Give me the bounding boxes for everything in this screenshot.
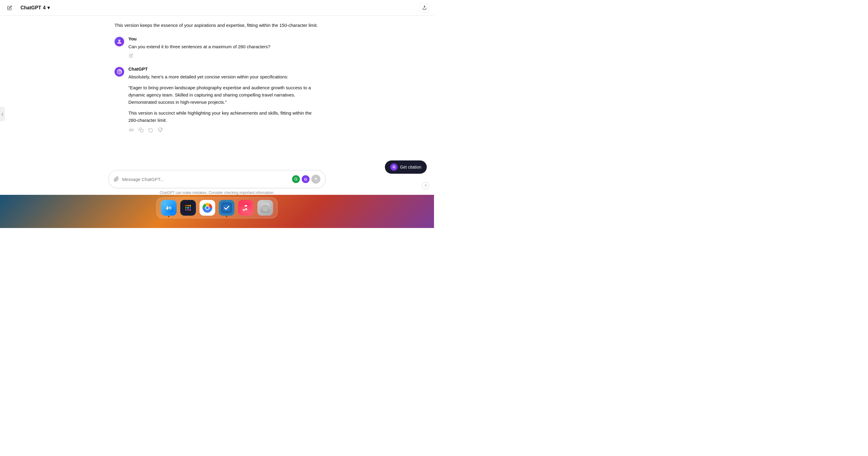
edit-icon-row [128,53,319,59]
thumbs-down-button[interactable] [157,127,163,133]
svg-point-15 [185,205,187,206]
user-avatar [115,37,124,47]
message-input[interactable] [122,177,289,182]
dock-chrome-icon[interactable] [199,200,215,216]
svg-rect-35 [264,205,267,206]
citation-g-icon: G [390,164,398,171]
svg-point-22 [187,209,189,210]
regenerate-button[interactable] [148,127,154,133]
user-message-content: You Can you extend it to three sentences… [128,36,319,59]
citation-g-letter: G [393,165,396,169]
previous-assistant-message: This version keeps the essence of your a… [115,22,319,36]
dock-container [156,197,278,218]
new-chat-button[interactable] [5,3,14,13]
input-area: G ChatGPT can make mistakes. Consider ch… [0,170,434,195]
svg-rect-7 [164,203,174,212]
input-right-icons: G [292,175,320,184]
disclaimer-text: ChatGPT can make mistakes. Consider chec… [160,191,275,195]
input-box: G [108,170,326,188]
svg-point-1 [119,39,121,41]
svg-point-17 [189,205,191,206]
top-bar-left: ChatGPT 4 ▾ [5,3,52,13]
svg-rect-31 [241,203,251,212]
finder-active-dot [168,216,169,217]
svg-point-16 [187,205,189,206]
svg-point-27 [206,206,209,209]
svg-point-12 [167,207,167,207]
svg-point-18 [185,207,187,208]
assistant-outro: This version is succinct while highlight… [128,110,319,124]
attach-button[interactable] [114,176,119,182]
model-selector-button[interactable]: ChatGPT 4 ▾ [18,4,52,12]
g-purple-icon: G [302,175,310,183]
assistant-intro: Absolutely, here's a more detailed yet c… [128,73,319,81]
user-sender-label: You [128,36,319,41]
dock-trash-icon[interactable] [257,200,273,216]
messages-container: This version keeps the essence of your a… [108,22,326,140]
things-active-dot [226,216,227,217]
speaker-button[interactable] [128,127,134,133]
assistant-message-row: ChatGPT Absolutely, here's a more detail… [115,66,319,133]
copy-button[interactable] [138,127,144,133]
send-button[interactable] [311,175,320,184]
svg-rect-3 [141,130,143,132]
svg-line-5 [297,180,297,180]
svg-point-4 [295,178,297,180]
edit-message-button[interactable] [128,53,134,59]
svg-marker-2 [129,129,131,131]
chevron-down-icon: ▾ [47,5,50,10]
g-purple-letter: G [304,177,307,181]
svg-point-20 [189,207,191,208]
dock-things-icon[interactable] [219,200,235,216]
app-title: ChatGPT [21,5,41,10]
dock-finder-icon[interactable] [161,200,177,216]
svg-point-19 [187,207,189,208]
dock [0,195,434,228]
svg-point-23 [189,209,191,210]
dock-music-icon[interactable] [238,200,254,216]
citation-button-label: Get citation [400,165,421,170]
assistant-action-icons [128,127,319,133]
search-g-icon [292,175,300,183]
svg-point-21 [185,209,187,210]
dock-launchpad-icon[interactable] [180,200,196,216]
app-version: 4 [43,5,45,10]
assistant-message-content: ChatGPT Absolutely, here's a more detail… [128,66,319,133]
user-avatar-image [115,37,124,47]
chevron-left-icon: ❮ [1,113,4,116]
chatgpt-avatar [115,67,124,77]
chat-messages-area: This version keeps the essence of your a… [0,16,434,195]
user-message-text: Can you extend it to three sentences at … [128,43,319,50]
prev-assistant-text: This version keeps the essence of your a… [115,22,319,29]
user-message-row: You Can you extend it to three sentences… [115,36,319,59]
assistant-message-text: Absolutely, here's a more detailed yet c… [128,73,319,124]
assistant-quote: "Eager to bring proven landscape photogr… [128,84,319,106]
g-icon-button[interactable]: G [302,175,310,183]
share-button[interactable] [420,3,429,13]
search-icon-button[interactable] [292,175,300,183]
assistant-sender-label: ChatGPT [128,66,319,72]
sidebar-toggle-button[interactable]: ❮ [0,107,5,121]
top-bar: ChatGPT 4 ▾ [0,0,434,16]
